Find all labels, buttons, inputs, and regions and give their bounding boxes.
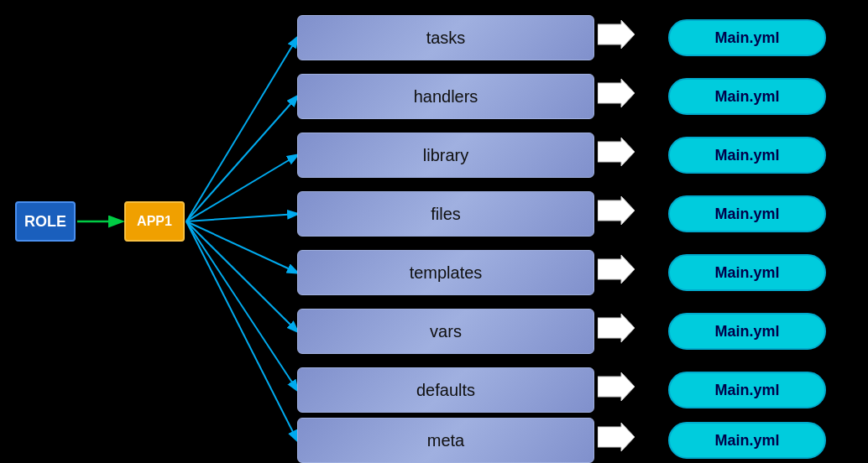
folder-meta-label: meta	[427, 431, 464, 450]
yml-defaults: Main.yml	[668, 372, 826, 408]
svg-marker-11	[598, 138, 635, 166]
arrow-meta	[598, 423, 635, 451]
app1-box: APP1	[124, 201, 185, 242]
svg-line-3	[186, 155, 297, 221]
folder-library-label: library	[423, 146, 468, 165]
folder-defaults-label: defaults	[416, 381, 475, 400]
svg-marker-15	[598, 372, 635, 401]
folder-tasks: tasks	[297, 15, 594, 60]
yml-defaults-label: Main.yml	[714, 382, 779, 399]
yml-tasks-label: Main.yml	[714, 29, 779, 47]
diagram: ROLE APP1 tasks Main.yml handlers Main.y…	[0, 0, 868, 463]
svg-line-1	[186, 38, 297, 221]
folder-vars: vars	[297, 309, 594, 354]
arrow-vars	[598, 314, 635, 342]
svg-line-2	[186, 96, 297, 221]
yml-templates: Main.yml	[668, 254, 826, 291]
yml-tasks: Main.yml	[668, 19, 826, 56]
arrow-handlers	[598, 79, 635, 107]
folder-vars-label: vars	[430, 322, 462, 341]
role-label: ROLE	[24, 213, 66, 231]
folder-handlers: handlers	[297, 74, 594, 119]
svg-marker-10	[598, 79, 635, 107]
arrow-tasks	[598, 20, 635, 49]
yml-vars: Main.yml	[668, 313, 826, 350]
folder-handlers-label: handlers	[414, 87, 478, 107]
svg-marker-13	[598, 255, 635, 284]
yml-templates-label: Main.yml	[714, 264, 779, 282]
svg-marker-9	[598, 20, 635, 49]
app1-label: APP1	[137, 214, 172, 229]
svg-marker-14	[598, 314, 635, 342]
arrow-templates	[598, 255, 635, 284]
role-box: ROLE	[15, 201, 76, 242]
folder-library: library	[297, 133, 594, 178]
svg-line-8	[186, 221, 297, 440]
folder-files: files	[297, 191, 594, 237]
yml-handlers-label: Main.yml	[714, 88, 779, 106]
yml-files-label: Main.yml	[714, 205, 779, 223]
folder-templates-label: templates	[410, 263, 483, 283]
svg-line-5	[186, 221, 297, 273]
yml-files: Main.yml	[668, 195, 826, 232]
folder-files-label: files	[431, 205, 461, 224]
folder-meta: meta	[297, 418, 594, 463]
arrow-defaults	[598, 372, 635, 401]
arrow-files	[598, 196, 635, 225]
yml-library: Main.yml	[668, 137, 826, 174]
yml-meta-label: Main.yml	[714, 432, 779, 450]
folder-templates: templates	[297, 250, 594, 295]
svg-line-7	[186, 221, 297, 390]
yml-meta: Main.yml	[668, 422, 826, 459]
folder-defaults: defaults	[297, 367, 594, 413]
folder-tasks-label: tasks	[426, 29, 466, 48]
yml-handlers: Main.yml	[668, 78, 826, 115]
svg-line-4	[186, 214, 297, 221]
yml-library-label: Main.yml	[714, 147, 779, 164]
arrow-library	[598, 138, 635, 166]
svg-line-6	[186, 221, 297, 331]
svg-marker-16	[598, 423, 635, 451]
svg-marker-12	[598, 196, 635, 225]
yml-vars-label: Main.yml	[714, 323, 779, 341]
